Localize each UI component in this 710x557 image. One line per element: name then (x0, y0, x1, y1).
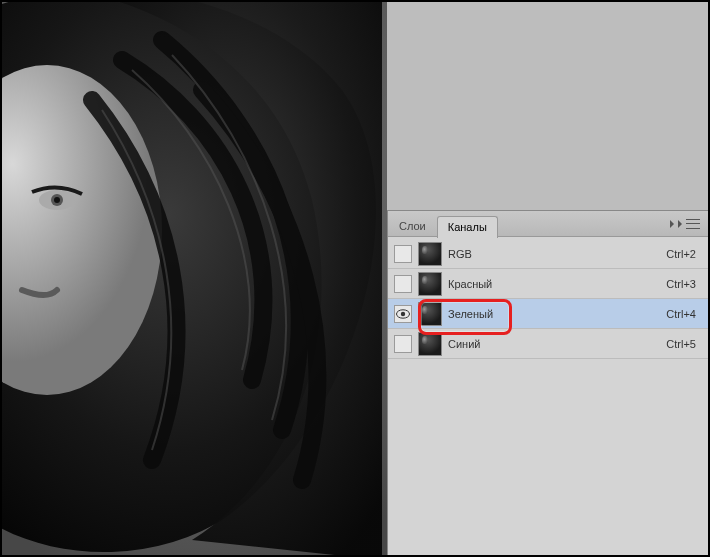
panel-menu-icon[interactable] (686, 218, 700, 230)
channel-shortcut: Ctrl+2 (666, 248, 702, 260)
channel-name: Зеленый (448, 308, 660, 320)
channel-shortcut: Ctrl+4 (666, 308, 702, 320)
panels-dock: Слои Каналы RGB Ctrl+2 Красный (387, 2, 708, 555)
channel-name: Синий (448, 338, 660, 350)
panels-spacer (387, 2, 708, 210)
document-canvas[interactable] (2, 2, 387, 555)
channel-name: RGB (448, 248, 660, 260)
channel-thumbnail (418, 242, 442, 266)
channel-row[interactable]: Синий Ctrl+5 (388, 329, 708, 359)
eye-icon (396, 309, 410, 319)
channel-shortcut: Ctrl+3 (666, 278, 702, 290)
visibility-toggle[interactable] (394, 335, 412, 353)
channel-row[interactable]: RGB Ctrl+2 (388, 239, 708, 269)
channel-thumbnail (418, 272, 442, 296)
collapse-icon[interactable] (670, 220, 674, 228)
visibility-toggle[interactable] (394, 245, 412, 263)
channel-thumbnail (418, 332, 442, 356)
panel-tabbar: Слои Каналы (388, 211, 708, 237)
channel-thumbnail (418, 302, 442, 326)
collapse-icon-2[interactable] (678, 220, 682, 228)
channel-row[interactable]: Красный Ctrl+3 (388, 269, 708, 299)
channel-shortcut: Ctrl+5 (666, 338, 702, 350)
channels-panel: Слои Каналы RGB Ctrl+2 Красный (387, 210, 708, 555)
visibility-toggle[interactable] (394, 275, 412, 293)
tab-layers[interactable]: Слои (388, 215, 437, 237)
channel-list: RGB Ctrl+2 Красный Ctrl+3 Зеленый Ctrl+4 (388, 237, 708, 361)
channel-name: Красный (448, 278, 660, 290)
tab-channels[interactable]: Каналы (437, 216, 498, 238)
svg-point-10 (401, 311, 405, 315)
svg-point-4 (54, 197, 60, 203)
visibility-toggle[interactable] (394, 305, 412, 323)
channel-row[interactable]: Зеленый Ctrl+4 (388, 299, 708, 329)
